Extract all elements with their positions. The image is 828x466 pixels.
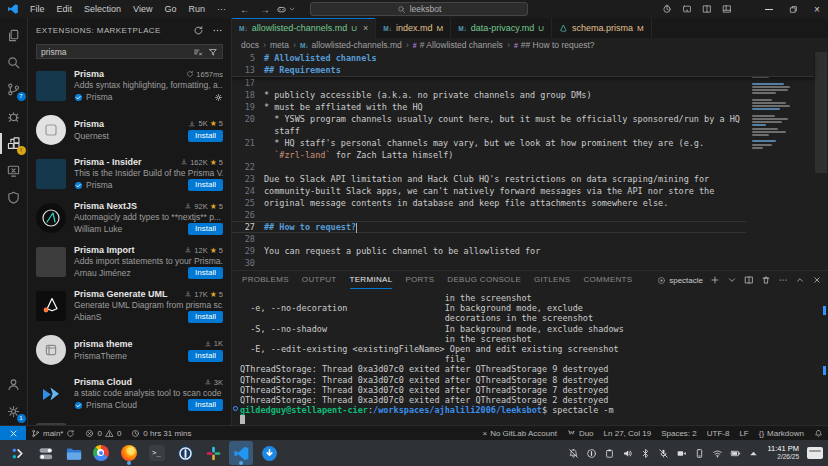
taskbar-app-firefox[interactable]	[117, 441, 141, 465]
install-button[interactable]: Install	[188, 350, 223, 362]
extension-item[interactable]: Prisma5K★5QuernestInstall	[28, 108, 231, 152]
chevron-up-icon[interactable]	[795, 275, 805, 285]
menu-go[interactable]: Go	[158, 0, 182, 18]
plus-icon[interactable]	[710, 275, 720, 285]
wifi-icon[interactable]	[712, 448, 723, 459]
menu-selection[interactable]: Selection	[78, 0, 127, 18]
split-editor-icon[interactable]	[698, 0, 716, 18]
circle-one-icon[interactable]	[586, 448, 597, 459]
show-desktop-button[interactable]	[807, 447, 823, 459]
eol[interactable]: LF	[734, 426, 753, 440]
copilot-menu[interactable]	[276, 4, 296, 15]
menu-file[interactable]: File	[24, 0, 51, 18]
menu-overflow[interactable]: ···	[211, 0, 232, 18]
timer-icon[interactable]	[658, 0, 676, 18]
mic-muted-icon[interactable]	[658, 448, 669, 459]
taskbar-app-app-launcher[interactable]	[5, 441, 29, 465]
close-window-icon[interactable]: ×	[806, 0, 828, 18]
activity-accounts[interactable]	[0, 371, 28, 398]
gear-icon[interactable]	[214, 93, 223, 102]
back-icon[interactable]: ←	[240, 4, 250, 15]
panel-tab-debug-console[interactable]: DEBUG CONSOLE	[447, 271, 521, 289]
minimap[interactable]	[748, 54, 814, 270]
menu-edit[interactable]: Edit	[51, 0, 79, 18]
menu-view[interactable]: View	[127, 0, 158, 18]
taskbar-app-slack[interactable]	[201, 441, 225, 465]
breadcrumb-item[interactable]: docs	[241, 40, 259, 50]
install-button[interactable]: Install	[188, 311, 223, 323]
extension-item[interactable]: Prisma Import12K★5Adds import statements…	[28, 240, 231, 284]
clipboard-icon[interactable]	[604, 448, 615, 459]
panel-tab-problems[interactable]: PROBLEMS	[242, 271, 289, 289]
screenshare-icon[interactable]	[676, 448, 687, 459]
minimize-window-icon[interactable]	[758, 0, 780, 18]
notifications[interactable]	[809, 426, 828, 440]
problems-summary[interactable]: 0 0	[80, 426, 126, 440]
taskbar-app-file-manager[interactable]	[61, 441, 85, 465]
activity-explorer[interactable]	[0, 22, 28, 49]
panel-tab-output[interactable]: OUTPUT	[302, 271, 337, 289]
close-icon[interactable]: ×	[363, 23, 368, 33]
activity-source-control[interactable]: 7	[0, 76, 28, 103]
terminal-output[interactable]: in the screenshot -e, --no-decoration In…	[240, 293, 812, 425]
tab-data-privacy.md[interactable]: M↓data-privacy.mdU	[451, 18, 552, 38]
more-icon[interactable]	[778, 275, 788, 285]
git-branch[interactable]: main*	[26, 426, 80, 440]
taskbar-app-settings-toggles[interactable]	[33, 441, 57, 465]
tab-index.md[interactable]: M↓index.mdM	[376, 18, 451, 38]
breadcrumb-item[interactable]: ### How to request?	[514, 40, 595, 50]
bluetooth-icon[interactable]	[640, 448, 651, 459]
taskbar-app-chrome[interactable]	[89, 441, 113, 465]
extension-item[interactable]: Prisma1657msAdds syntax highlighting, fo…	[28, 64, 231, 108]
filter-icon[interactable]	[208, 47, 218, 57]
layout-icon[interactable]	[718, 0, 736, 18]
menu-run[interactable]: Run	[182, 0, 211, 18]
split-icon[interactable]	[744, 275, 754, 285]
extensions-search-input[interactable]: prisma	[36, 44, 223, 59]
taskbar-app-terminal-app[interactable]: >_	[145, 441, 169, 465]
extension-item[interactable]: prisma theme1KPrismaThemeInstall	[28, 328, 231, 372]
tab-allowlisted-channels.md[interactable]: M↓allowlisted-channels.mdU×	[232, 18, 376, 38]
remote-indicator[interactable]	[0, 426, 26, 440]
activity-run-debug[interactable]	[0, 103, 28, 130]
caret-up-icon[interactable]	[748, 448, 759, 459]
breadcrumb-item[interactable]: meta	[270, 40, 289, 50]
cursor-position[interactable]: Ln 27, Col 19	[599, 426, 657, 440]
activity-gitlens[interactable]	[0, 184, 28, 211]
forward-icon[interactable]: →	[260, 4, 270, 15]
breadcrumb-item[interactable]: M↓allowlisted-channels.md	[300, 40, 402, 50]
install-button[interactable]: Install	[188, 223, 223, 235]
extension-item[interactable]: Prisma - Insider162K★5This is the Inside…	[28, 152, 231, 196]
install-button[interactable]: Install	[188, 267, 223, 279]
indentation[interactable]: Spaces: 2	[656, 426, 702, 440]
install-button[interactable]: Install	[188, 179, 223, 191]
taskbar-app-vscode[interactable]	[229, 441, 253, 465]
trash-icon[interactable]	[761, 275, 771, 285]
panel-tab-terminal[interactable]: TERMINAL	[350, 271, 393, 289]
extension-item[interactable]: Prisma Cloud3Ka static code analysis too…	[28, 372, 231, 416]
command-center-search[interactable]: leeksbot	[310, 2, 528, 16]
volume-icon[interactable]	[622, 448, 633, 459]
activity-search[interactable]	[0, 49, 28, 76]
close-icon[interactable]	[812, 275, 822, 285]
encoding[interactable]: UTF-8	[702, 426, 735, 440]
wakatime-status[interactable]: 0 hrs 31 mins	[126, 426, 196, 440]
battery-icon[interactable]	[730, 448, 741, 459]
phone-icon[interactable]	[694, 448, 705, 459]
panel-tab-comments[interactable]: COMMENTS	[583, 271, 632, 289]
tab-schema.prisma[interactable]: schema.prismaM	[552, 18, 652, 38]
gitlab-account-status[interactable]: × No GitLab Account	[477, 426, 561, 440]
terminal-selector[interactable]: spectacle	[657, 276, 703, 285]
restore-window-icon[interactable]	[782, 0, 804, 18]
more-icon[interactable]	[212, 25, 223, 36]
gitlab-duo-status[interactable]: Duo	[562, 426, 599, 440]
activity-extensions[interactable]: !	[0, 130, 28, 157]
activity-remote-explorer[interactable]	[0, 157, 28, 184]
extension-item[interactable]: Prisma NextJS92K★5Automagicly add types …	[28, 196, 231, 240]
extension-item[interactable]: prisma snippets957	[28, 416, 231, 425]
extension-item[interactable]: Prisma Generate UML17K★5Generate UML Dia…	[28, 284, 231, 328]
breadcrumb-item[interactable]: ## Allowlisted channels	[413, 40, 503, 50]
screencast-icon[interactable]	[678, 0, 696, 18]
editor[interactable]: 1718* publicly accessible (a.k.a. no pri…	[232, 52, 828, 270]
clear-list-icon[interactable]	[193, 47, 203, 57]
